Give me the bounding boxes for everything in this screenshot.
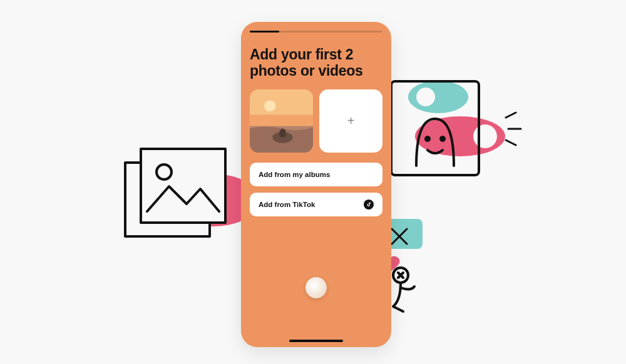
option-label: Add from my albums xyxy=(259,171,330,178)
sunset-photo xyxy=(250,89,313,153)
svg-point-3 xyxy=(473,124,497,148)
svg-point-18 xyxy=(264,100,275,111)
svg-point-1 xyxy=(416,88,435,106)
svg-point-9 xyxy=(441,137,444,141)
media-slot-filled[interactable] xyxy=(250,89,313,153)
option-label: Add from TikTok xyxy=(259,201,315,208)
progress-bar xyxy=(250,31,382,33)
svg-point-8 xyxy=(426,137,429,141)
svg-rect-17 xyxy=(250,89,313,114)
pointer-orb xyxy=(305,277,327,298)
svg-rect-7 xyxy=(391,81,479,175)
media-slot-empty[interactable]: + xyxy=(319,89,382,153)
svg-point-0 xyxy=(408,81,468,113)
progress-fill xyxy=(250,31,279,33)
svg-line-4 xyxy=(506,113,516,118)
page-title: Add your first 2 photos or videos xyxy=(250,46,382,79)
tiktok-icon xyxy=(364,200,374,210)
svg-rect-13 xyxy=(125,163,210,236)
media-slot-row: + xyxy=(250,89,382,153)
svg-point-15 xyxy=(156,164,172,179)
svg-point-2 xyxy=(415,116,505,156)
svg-line-6 xyxy=(506,140,516,145)
add-from-tiktok-button[interactable]: Add from TikTok xyxy=(250,193,382,216)
plus-icon: + xyxy=(347,114,355,128)
home-indicator xyxy=(289,340,343,342)
phone-mock: Add your first 2 photos or videos + Add … xyxy=(241,22,391,347)
svg-rect-14 xyxy=(141,149,225,223)
add-from-albums-button[interactable]: Add from my albums xyxy=(250,163,382,186)
svg-point-11 xyxy=(393,268,408,283)
